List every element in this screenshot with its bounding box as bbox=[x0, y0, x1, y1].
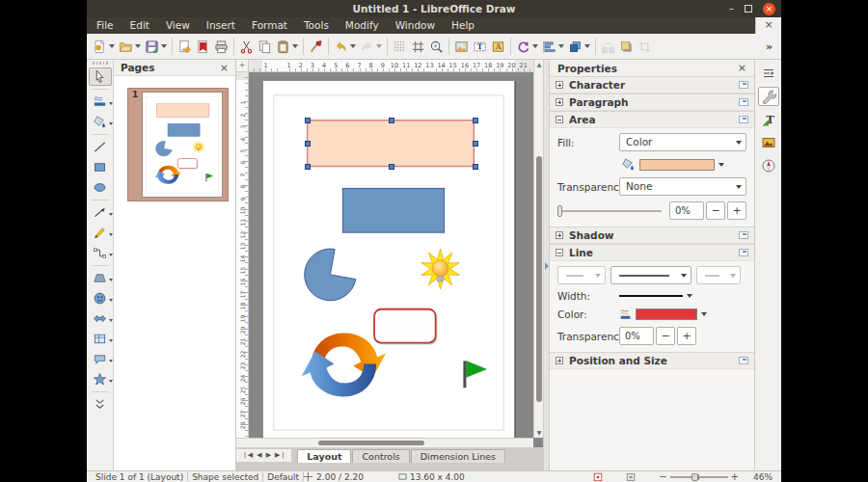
transparency-decrease-button[interactable]: − bbox=[706, 201, 725, 220]
selection-handle-top-center[interactable] bbox=[389, 118, 394, 123]
zoom-out-button[interactable]: − bbox=[659, 471, 666, 482]
toolbar-new-button[interactable] bbox=[91, 36, 117, 57]
menu-insert[interactable]: Insert bbox=[206, 17, 235, 34]
selection-handle-top-left[interactable] bbox=[305, 118, 311, 123]
tool-lines-arrows-button[interactable] bbox=[89, 203, 112, 222]
collapse-icon[interactable] bbox=[556, 116, 563, 123]
horizontal-ruler[interactable]: 1123456789101112131415161718192021 bbox=[249, 60, 533, 72]
menu-view[interactable]: View bbox=[166, 17, 190, 34]
toolbar-insert-textbox-button[interactable]: T bbox=[471, 36, 489, 57]
vertical-scrollbar[interactable]: ▲ ▼ bbox=[533, 60, 543, 438]
expand-icon[interactable] bbox=[556, 357, 563, 364]
chevron-down-icon[interactable] bbox=[584, 44, 590, 48]
arrow-end-select[interactable] bbox=[696, 266, 741, 284]
menu-help[interactable]: Help bbox=[451, 17, 475, 34]
tool-flowchart-button[interactable] bbox=[89, 330, 112, 348]
toolbar-clone-formatting-button[interactable] bbox=[307, 36, 325, 57]
chevron-down-icon[interactable] bbox=[376, 44, 382, 48]
horizontal-scrollbar[interactable] bbox=[236, 438, 533, 447]
toolbar-fontwork-button[interactable]: A bbox=[489, 36, 507, 57]
toolbar-insert-image-button[interactable] bbox=[452, 36, 471, 57]
toolbar-copy-button[interactable] bbox=[256, 36, 274, 57]
transparency-type-select[interactable]: None bbox=[619, 177, 746, 196]
toolbar-open-button[interactable] bbox=[117, 36, 143, 57]
toolbar-display-grid-button[interactable] bbox=[391, 36, 409, 57]
chevron-down-icon[interactable] bbox=[109, 233, 113, 236]
dialog-launcher-icon[interactable] bbox=[739, 81, 748, 89]
chevron-down-icon[interactable] bbox=[109, 254, 113, 256]
tool-select-button[interactable] bbox=[89, 67, 112, 86]
dialog-launcher-icon[interactable] bbox=[739, 249, 748, 256]
selection-handle-bottom-center[interactable] bbox=[389, 164, 394, 170]
zoom-slider[interactable] bbox=[670, 476, 728, 478]
menu-edit[interactable]: Edit bbox=[130, 17, 149, 34]
pages-panel-close-button[interactable]: × bbox=[220, 62, 229, 74]
page-thumbnail[interactable]: 1 bbox=[127, 88, 229, 201]
tool-connectors-button[interactable] bbox=[89, 244, 112, 262]
dialog-launcher-icon[interactable] bbox=[739, 231, 748, 239]
chevron-down-icon[interactable] bbox=[719, 163, 724, 167]
selection-handle-top-right[interactable] bbox=[473, 118, 478, 123]
chevron-down-icon[interactable] bbox=[558, 44, 564, 48]
chevron-down-icon[interactable] bbox=[109, 339, 113, 342]
tab-controls[interactable]: Controls bbox=[352, 449, 409, 463]
tool-fill-color-button[interactable] bbox=[89, 113, 112, 131]
dialog-launcher-icon[interactable] bbox=[739, 98, 748, 106]
chevron-down-icon[interactable] bbox=[109, 279, 113, 281]
toolbar-align-button[interactable] bbox=[540, 36, 566, 57]
drawing-canvas[interactable] bbox=[249, 72, 533, 438]
sidebar-tab-navigator[interactable] bbox=[758, 156, 779, 175]
section-position-size[interactable]: Position and Size bbox=[550, 352, 754, 369]
menu-window[interactable]: Window bbox=[395, 17, 435, 34]
tool-callouts-button[interactable] bbox=[89, 350, 112, 368]
next-page-button[interactable]: ▶ bbox=[265, 449, 272, 462]
transparency-slider-handle[interactable] bbox=[557, 205, 562, 217]
sidebar-tab-properties[interactable] bbox=[758, 87, 779, 106]
chevron-down-icon[interactable] bbox=[109, 299, 113, 302]
sidebar-tab-sidebar-settings[interactable] bbox=[758, 64, 779, 83]
transparency-increase-button[interactable]: + bbox=[727, 201, 746, 220]
chevron-down-icon[interactable] bbox=[135, 44, 141, 48]
line-transparency-decrease-button[interactable]: − bbox=[656, 327, 675, 345]
toolbar-overflow-button[interactable]: » bbox=[761, 36, 777, 57]
tool-stars-banners-button[interactable] bbox=[89, 370, 112, 388]
arrow-start-select[interactable] bbox=[557, 266, 606, 284]
chevron-down-icon[interactable] bbox=[109, 102, 113, 105]
dialog-launcher-icon[interactable] bbox=[739, 357, 748, 364]
window-close-button[interactable]: × bbox=[763, 3, 775, 15]
fit-page-icon[interactable] bbox=[626, 472, 636, 482]
tool-more-tools-button[interactable] bbox=[89, 395, 112, 414]
chevron-down-icon[interactable] bbox=[109, 380, 113, 383]
section-character[interactable]: Character bbox=[550, 76, 754, 94]
tool-curves-polygons-button[interactable] bbox=[89, 224, 112, 242]
selection-handle-middle-right[interactable] bbox=[473, 141, 478, 147]
toolbar-print-button[interactable] bbox=[212, 36, 231, 57]
dialog-launcher-icon[interactable] bbox=[739, 116, 748, 123]
toolbar-grip[interactable] bbox=[93, 62, 108, 65]
toolbar-shadow-button[interactable] bbox=[617, 36, 636, 57]
tab-layout[interactable]: Layout bbox=[297, 449, 351, 463]
zoom-slider-handle[interactable] bbox=[692, 473, 698, 481]
fill-type-select[interactable]: Color bbox=[619, 133, 746, 151]
tool-basic-shapes-button[interactable] bbox=[89, 269, 112, 287]
previous-page-button[interactable]: ◀ bbox=[256, 449, 262, 462]
chevron-down-icon[interactable] bbox=[532, 44, 538, 48]
horizontal-scroll-thumb[interactable] bbox=[318, 441, 424, 445]
minimize-button[interactable]: – bbox=[729, 0, 735, 17]
line-color-swatch[interactable] bbox=[636, 308, 697, 320]
toolbar-rotate-button[interactable] bbox=[514, 36, 540, 57]
transparency-value-field[interactable]: 0% bbox=[669, 201, 704, 220]
toolbar-paste-button[interactable] bbox=[274, 36, 300, 57]
chevron-down-icon[interactable] bbox=[161, 44, 167, 48]
toolbar-undo-button[interactable] bbox=[332, 36, 358, 57]
transparency-slider[interactable] bbox=[557, 210, 662, 212]
maximize-button[interactable] bbox=[745, 5, 752, 13]
menu-file[interactable]: File bbox=[96, 17, 114, 34]
tool-insert-line-button[interactable] bbox=[89, 138, 112, 156]
section-paragraph[interactable]: Paragraph bbox=[550, 94, 754, 111]
menu-format[interactable]: Format bbox=[252, 17, 287, 34]
fill-color-swatch[interactable] bbox=[639, 159, 715, 171]
document-page[interactable] bbox=[262, 80, 515, 438]
chevron-down-icon[interactable] bbox=[109, 213, 113, 216]
section-shadow[interactable]: Shadow bbox=[550, 227, 754, 244]
